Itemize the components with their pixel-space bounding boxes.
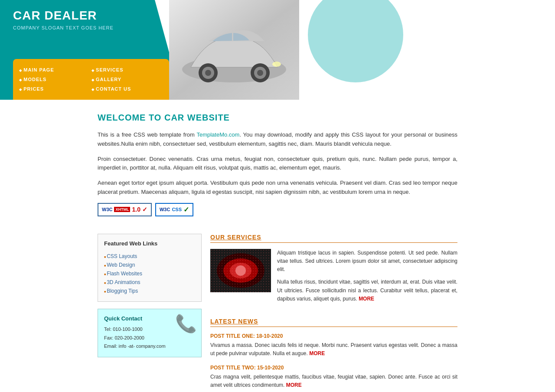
link-web-design[interactable]: Web Design	[107, 262, 135, 268]
nav-col-2: SERVICES GALLERY CONTACT US	[90, 65, 160, 94]
post-1-date: 18-10-2020	[256, 333, 283, 339]
css-badge: W3C CSS ✓	[155, 203, 193, 216]
nav-gallery[interactable]: GALLERY	[90, 75, 160, 84]
welcome-para2: Proin consectetuer. Donec venenatis. Cra…	[98, 155, 457, 173]
service-text: Aliquam tristique lacus in sapien. Suspe…	[277, 249, 457, 307]
css-checkmark: ✓	[183, 206, 189, 214]
post-1-title: POST TITLE ONE: 18-10-2020	[210, 333, 457, 339]
main-content: WELCOME TO CAR WEBSITE This is a free CS…	[89, 100, 466, 392]
welcome-section: WELCOME TO CAR WEBSITE This is a free CS…	[98, 100, 457, 234]
para1-prefix: This is a free CSS web template from	[98, 131, 196, 138]
site-slogan: COMPANY SLOGAN TEXT GOES HERE	[13, 25, 169, 30]
nav-contact-us[interactable]: CONTACT US	[90, 84, 160, 94]
car-photo	[169, 0, 299, 100]
post-2-title-prefix: POST TITLE TWO:	[210, 365, 257, 371]
featured-links-title: Featured Web Links	[104, 240, 195, 247]
post-2-title: POST TITLE TWO: 15-10-2020	[210, 365, 457, 371]
svg-rect-15	[210, 249, 271, 292]
nav-prices[interactable]: PRICES	[17, 84, 88, 94]
link-css-layouts[interactable]: CSS Layouts	[107, 253, 137, 259]
post-2-text: Cras magna velit, pellentesque mattis, f…	[210, 373, 457, 389]
xhtml-checkmark: ✓	[142, 206, 147, 213]
nav-models[interactable]: MODELS	[17, 75, 88, 84]
list-item: CSS Layouts	[104, 252, 195, 261]
services-content: Aliquam tristique lacus in sapien. Suspe…	[210, 249, 457, 307]
post-2-date: 15-10-2020	[257, 365, 284, 371]
link-3d-animations[interactable]: 3D Animations	[107, 279, 140, 285]
lower-section: Featured Web Links CSS Layouts Web Desig…	[98, 234, 457, 392]
nav-col-1: MAIN PAGE MODELS PRICES	[17, 65, 88, 94]
news-post-1: POST TITLE ONE: 18-10-2020 Vivamus a mas…	[210, 333, 457, 358]
header: CAR DEALER COMPANY SLOGAN TEXT GOES HERE…	[0, 0, 555, 100]
nav-table: MAIN PAGE MODELS PRICES SERVICES GALLERY…	[13, 59, 169, 100]
list-item: Blogging Tips	[104, 287, 195, 295]
service-para1: Aliquam tristique lacus in sapien. Suspe…	[277, 249, 457, 274]
sidebar-links-list: CSS Layouts Web Design Flash Websites 3D…	[104, 252, 195, 295]
content-right: OUR SERVICES	[210, 234, 457, 392]
quick-contact-box: Quick Contact 📞 Tel: 010-100-1000 Fax: 0…	[98, 309, 202, 357]
post-1-text: Vivamus a massa. Donec iaculis felis id …	[210, 341, 457, 358]
circle-decoration	[308, 0, 403, 82]
phone-icon: 📞	[175, 314, 197, 334]
car-image	[169, 0, 299, 100]
news-heading: LATEST NEWS	[210, 318, 457, 327]
services-section: OUR SERVICES	[210, 234, 457, 307]
welcome-para3: Aenean eget tortor eget ipsum aliquet po…	[98, 179, 457, 197]
w3c-label-2: W3C	[160, 207, 170, 212]
post-2-more-link[interactable]: MORE	[286, 382, 302, 388]
w3c-label-1: W3C	[102, 207, 112, 212]
featured-links-box: Featured Web Links CSS Layouts Web Desig…	[98, 234, 202, 302]
news-post-2: POST TITLE TWO: 15-10-2020 Cras magna ve…	[210, 365, 457, 389]
news-section: LATEST NEWS POST TITLE ONE: 18-10-2020 V…	[210, 318, 457, 390]
xhtml-badge: W3C XHTML 1.0 ✓	[98, 203, 152, 216]
contact-fax: Fax: 020-200-2000	[104, 334, 195, 343]
xhtml-ver: 1.0	[132, 206, 140, 213]
post-1-title-prefix: POST TITLE ONE:	[210, 333, 256, 339]
svg-point-7	[257, 70, 263, 76]
service-para2: Nulla tellus risus, tincidunt vitae, sag…	[277, 278, 457, 303]
nav-main-page[interactable]: MAIN PAGE	[17, 65, 88, 75]
css-label: CSS	[172, 207, 182, 212]
post-1-more-link[interactable]: MORE	[309, 350, 325, 356]
contact-email: Email: info -at- company.com	[104, 342, 195, 351]
svg-point-8	[272, 62, 281, 67]
services-heading: OUR SERVICES	[210, 234, 457, 243]
list-item: Flash Websites	[104, 269, 195, 278]
header-left: CAR DEALER COMPANY SLOGAN TEXT GOES HERE…	[0, 0, 182, 100]
nav-services[interactable]: SERVICES	[90, 65, 160, 75]
link-blogging-tips[interactable]: Blogging Tips	[107, 288, 138, 294]
svg-point-4	[205, 70, 211, 76]
welcome-heading: WELCOME TO CAR WEBSITE	[98, 113, 457, 123]
services-more-link[interactable]: MORE	[359, 296, 374, 302]
welcome-para1: This is a free CSS web template from Tem…	[98, 131, 457, 149]
list-item: Web Design	[104, 261, 195, 269]
sidebar: Featured Web Links CSS Layouts Web Desig…	[98, 234, 202, 392]
link-flash-websites[interactable]: Flash Websites	[107, 271, 142, 277]
site-title: CAR DEALER	[13, 9, 169, 23]
templatemo-link[interactable]: TemplateMo.com	[196, 131, 239, 138]
badges: W3C XHTML 1.0 ✓ W3C CSS ✓	[98, 203, 457, 216]
service-image	[210, 249, 271, 292]
nav-area: MAIN PAGE MODELS PRICES SERVICES GALLERY…	[13, 59, 169, 100]
list-item: 3D Animations	[104, 278, 195, 287]
xhtml-label: XHTML	[114, 207, 130, 212]
